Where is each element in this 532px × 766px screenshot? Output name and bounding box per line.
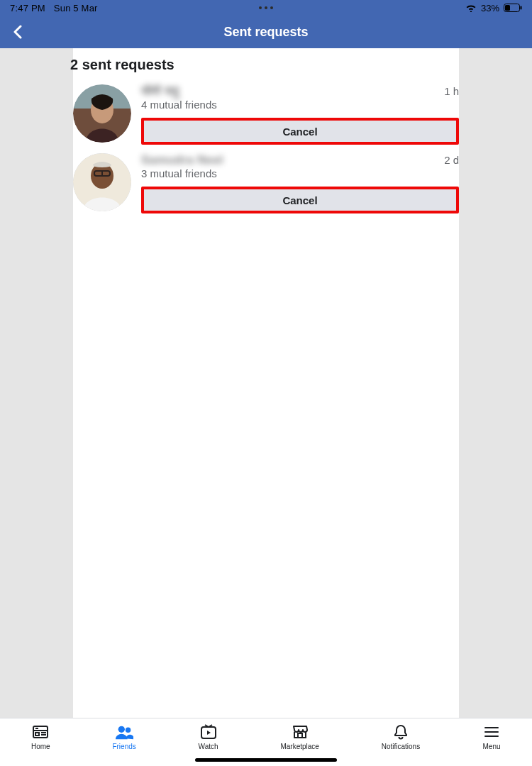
home-indicator[interactable]	[195, 758, 337, 762]
page-title: Sent requests	[223, 25, 308, 40]
tab-friends[interactable]: Friends	[112, 724, 135, 750]
status-bar: 7:47 PM Sun 5 Mar 33%	[0, 0, 532, 16]
mutual-friends: 4 mutual friends	[141, 99, 459, 111]
status-left: 7:47 PM Sun 5 Mar	[10, 3, 98, 13]
request-name[interactable]: सीमी सहू	[141, 84, 179, 99]
tab-menu-label: Menu	[482, 743, 500, 750]
battery-icon	[504, 4, 522, 12]
cancel-button[interactable]: Cancel	[144, 121, 456, 142]
tab-notifications[interactable]: Notifications	[382, 724, 420, 750]
tab-bar: Home Friends Watch Marketplace Notificat…	[0, 718, 532, 766]
marketplace-icon	[291, 724, 309, 740]
request-time: 2 d	[444, 154, 459, 166]
back-button[interactable]	[7, 21, 28, 43]
svg-point-19	[126, 728, 131, 733]
cancel-button[interactable]: Cancel	[144, 189, 456, 211]
menu-icon	[482, 724, 501, 740]
body-area: 2 sent requests	[0, 48, 532, 718]
svg-point-18	[118, 726, 125, 733]
tab-home-label: Home	[31, 743, 50, 750]
wifi-icon	[465, 4, 477, 12]
svg-rect-14	[35, 728, 38, 729]
friends-icon	[115, 724, 133, 740]
avatar[interactable]	[73, 84, 131, 143]
highlight-box: Cancel	[141, 118, 459, 145]
status-right: 33%	[465, 3, 522, 13]
svg-rect-23	[298, 733, 302, 738]
svg-rect-1	[505, 5, 510, 11]
request-item: सीमी सहू 1 h 4 mutual friends Cancel	[73, 80, 459, 149]
svg-rect-17	[35, 733, 39, 736]
watch-icon	[199, 724, 218, 740]
device-frame: 7:47 PM Sun 5 Mar 33% Sent requests	[0, 0, 532, 766]
status-time: 7:47 PM	[10, 3, 45, 13]
request-time: 1 h	[444, 85, 459, 97]
tab-notifications-label: Notifications	[382, 743, 420, 750]
bell-icon	[392, 724, 410, 740]
svg-rect-2	[521, 6, 522, 10]
nav-header: Sent requests	[0, 16, 532, 48]
multitasking-dots	[259, 6, 273, 9]
tab-watch[interactable]: Watch	[199, 724, 218, 750]
tab-marketplace-label: Marketplace	[280, 743, 318, 750]
battery-percent: 33%	[481, 3, 499, 13]
request-name[interactable]: Samudra Neel	[141, 153, 223, 167]
request-details: Samudra Neel 2 d 3 mutual friends Cancel	[141, 153, 459, 213]
mutual-friends: 3 mutual friends	[141, 167, 459, 179]
content-card: 2 sent requests	[73, 48, 459, 718]
status-and-nav: 7:47 PM Sun 5 Mar 33% Sent requests	[0, 0, 532, 48]
request-details: सीमी सहू 1 h 4 mutual friends Cancel	[141, 84, 459, 145]
avatar[interactable]	[73, 153, 131, 211]
request-item: Samudra Neel 2 d 3 mutual friends Cancel	[73, 149, 459, 218]
home-icon	[31, 724, 50, 740]
section-heading: 2 sent requests	[70, 57, 459, 80]
tab-watch-label: Watch	[199, 743, 218, 750]
tab-menu[interactable]: Menu	[482, 724, 501, 750]
tab-marketplace[interactable]: Marketplace	[280, 724, 318, 750]
tab-home[interactable]: Home	[31, 724, 50, 750]
tab-friends-label: Friends	[112, 743, 135, 750]
highlight-box: Cancel	[141, 187, 459, 213]
status-date: Sun 5 Mar	[54, 3, 98, 13]
